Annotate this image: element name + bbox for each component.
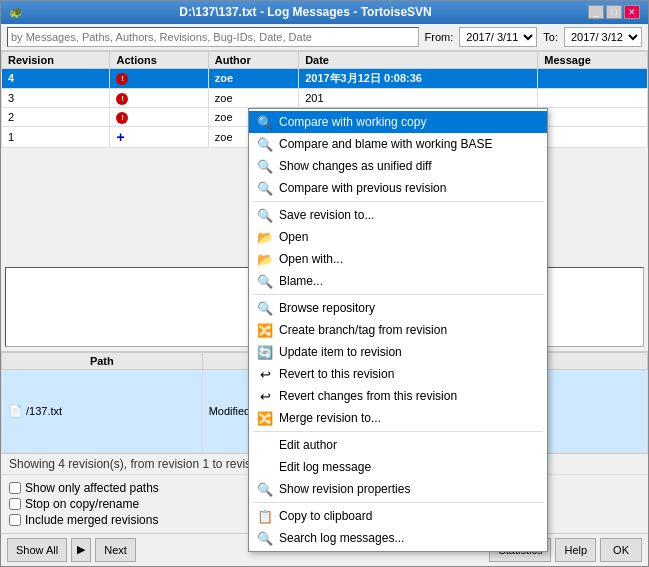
menu-item-open[interactable]: 📂 Open xyxy=(249,226,547,248)
cell-message xyxy=(538,88,648,107)
menu-item-open-with[interactable]: 📂 Open with... xyxy=(249,248,547,270)
file-icon: 📄 xyxy=(8,404,23,418)
cell-message xyxy=(538,126,648,147)
help-button[interactable]: Help xyxy=(555,538,596,562)
ok-button[interactable]: OK xyxy=(600,538,642,562)
menu-item-label: Blame... xyxy=(279,274,323,288)
show-all-button[interactable]: Show All xyxy=(7,538,67,562)
menu-item-edit-author[interactable]: Edit author xyxy=(249,434,547,456)
menu-item-browse-repo[interactable]: 🔍 Browse repository xyxy=(249,297,547,319)
cell-action: ! xyxy=(110,88,208,107)
stop-copy-label: Stop on copy/rename xyxy=(25,497,139,511)
separator-1 xyxy=(253,201,543,202)
menu-item-label: Show revision properties xyxy=(279,482,410,496)
from-label: From: xyxy=(425,31,454,43)
window-title: D:\137\137.txt - Log Messages - Tortoise… xyxy=(179,5,432,19)
cell-action: + xyxy=(110,126,208,147)
cell-revision: 3 xyxy=(2,88,110,107)
col-date: Date xyxy=(299,51,538,68)
window-icon: 🐢 xyxy=(9,6,23,19)
include-merged-label: Include merged revisions xyxy=(25,513,158,527)
menu-item-update-item[interactable]: 🔄 Update item to revision xyxy=(249,341,547,363)
to-label: To: xyxy=(543,31,558,43)
show-affected-checkbox[interactable] xyxy=(9,482,21,494)
menu-item-unified-diff[interactable]: 🔍 Show changes as unified diff xyxy=(249,155,547,177)
cell-revision: 4 xyxy=(2,68,110,88)
close-button[interactable]: ✕ xyxy=(624,5,640,19)
open-with-icon: 📂 xyxy=(257,251,273,267)
save-revision-icon: 🔍 xyxy=(257,207,273,223)
menu-item-copy-clipboard[interactable]: 📋 Copy to clipboard xyxy=(249,505,547,527)
blame-icon: 🔍 xyxy=(257,273,273,289)
col-revision: Revision xyxy=(2,51,110,68)
menu-item-label: Open with... xyxy=(279,252,343,266)
menu-item-compare-working[interactable]: 🔍 Compare with working copy xyxy=(249,111,547,133)
cell-message xyxy=(538,68,648,88)
minimize-button[interactable]: _ xyxy=(588,5,604,19)
maximize-button[interactable]: □ xyxy=(606,5,622,19)
include-merged-checkbox[interactable] xyxy=(9,514,21,526)
cell-action: ! xyxy=(110,68,208,88)
revert-to-icon: ↩ xyxy=(257,366,273,382)
branch-icon: 🔀 xyxy=(257,322,273,338)
cell-revision: 2 xyxy=(2,107,110,126)
search-input[interactable] xyxy=(7,27,419,47)
cell-message xyxy=(538,107,648,126)
menu-item-revert-changes[interactable]: ↩ Revert changes from this revision xyxy=(249,385,547,407)
search-log-icon: 🔍 xyxy=(257,530,273,546)
menu-item-label: Search log messages... xyxy=(279,531,404,545)
compare-working-icon: 🔍 xyxy=(257,114,273,130)
menu-item-label: Create branch/tag from revision xyxy=(279,323,447,337)
separator-4 xyxy=(253,502,543,503)
cell-author: zoe xyxy=(208,68,298,88)
menu-item-compare-prev[interactable]: 🔍 Compare with previous revision xyxy=(249,177,547,199)
merge-icon: 🔀 xyxy=(257,410,273,426)
menu-item-save-revision[interactable]: 🔍 Save revision to... xyxy=(249,204,547,226)
menu-item-label: Browse repository xyxy=(279,301,375,315)
update-icon: 🔄 xyxy=(257,344,273,360)
title-bar: 🐢 D:\137\137.txt - Log Messages - Tortoi… xyxy=(1,1,648,24)
table-row[interactable]: 4 ! zoe 2017年3月12日 0:08:36 xyxy=(2,68,648,88)
menu-item-label: Compare with previous revision xyxy=(279,181,446,195)
menu-item-search-log[interactable]: 🔍 Search log messages... xyxy=(249,527,547,549)
open-icon: 📂 xyxy=(257,229,273,245)
from-date-select[interactable]: 2017/ 3/11 xyxy=(459,27,537,47)
edit-author-icon xyxy=(257,437,273,453)
menu-item-blame[interactable]: 🔍 Blame... xyxy=(249,270,547,292)
table-row[interactable]: 3 ! zoe 201 xyxy=(2,88,648,107)
col-message: Message xyxy=(538,51,648,68)
path-col-path: Path xyxy=(2,353,203,370)
cell-author: zoe xyxy=(208,88,298,107)
menu-item-show-revprops[interactable]: 🔍 Show revision properties xyxy=(249,478,547,500)
menu-item-label: Show changes as unified diff xyxy=(279,159,432,173)
stop-copy-checkbox[interactable] xyxy=(9,498,21,510)
cell-action: ! xyxy=(110,107,208,126)
menu-item-label: Save revision to... xyxy=(279,208,374,222)
menu-item-compare-blame[interactable]: 🔍 Compare and blame with working BASE xyxy=(249,133,547,155)
menu-item-merge[interactable]: 🔀 Merge revision to... xyxy=(249,407,547,429)
context-menu: 🔍 Compare with working copy 🔍 Compare an… xyxy=(248,108,548,552)
menu-item-label: Edit author xyxy=(279,438,337,452)
menu-item-label: Compare and blame with working BASE xyxy=(279,137,492,151)
menu-item-revert-to[interactable]: ↩ Revert to this revision xyxy=(249,363,547,385)
cell-revision: 1 xyxy=(2,126,110,147)
path-cell-path: 📄/137.txt xyxy=(2,370,203,453)
next-button[interactable]: Next xyxy=(95,538,136,562)
to-date-select[interactable]: 2017/ 3/12 xyxy=(564,27,642,47)
toolbar: From: 2017/ 3/11 To: 2017/ 3/12 xyxy=(1,24,648,51)
unified-diff-icon: 🔍 xyxy=(257,158,273,174)
col-actions: Actions xyxy=(110,51,208,68)
cell-date: 201 xyxy=(299,88,538,107)
cell-date: 2017年3月12日 0:08:36 xyxy=(299,68,538,88)
arrow-button[interactable]: ▶ xyxy=(71,538,91,562)
menu-item-label: Revert to this revision xyxy=(279,367,394,381)
menu-item-label: Copy to clipboard xyxy=(279,509,372,523)
revert-changes-icon: ↩ xyxy=(257,388,273,404)
menu-item-edit-log[interactable]: Edit log message xyxy=(249,456,547,478)
copy-clipboard-icon: 📋 xyxy=(257,508,273,524)
revprops-icon: 🔍 xyxy=(257,481,273,497)
compare-prev-icon: 🔍 xyxy=(257,180,273,196)
menu-item-create-branch[interactable]: 🔀 Create branch/tag from revision xyxy=(249,319,547,341)
menu-item-label: Compare with working copy xyxy=(279,115,426,129)
show-affected-label: Show only affected paths xyxy=(25,481,159,495)
